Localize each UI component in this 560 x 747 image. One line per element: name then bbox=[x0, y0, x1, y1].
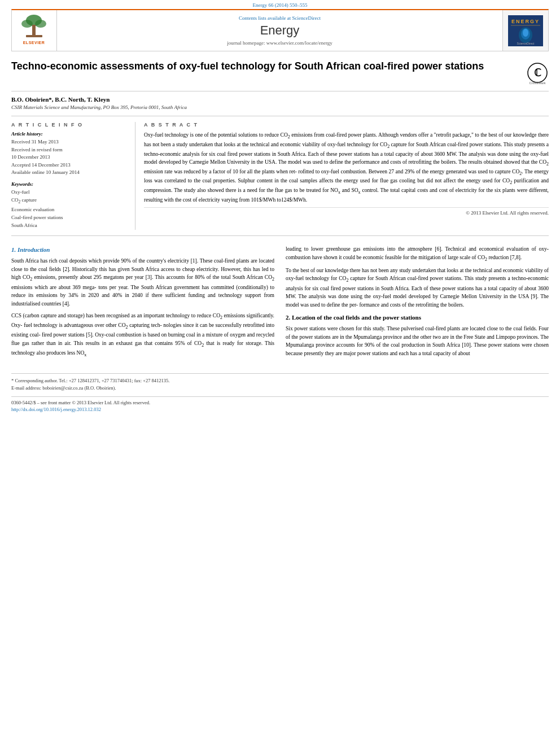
svg-text:ENERGY: ENERGY bbox=[511, 19, 540, 24]
journal-title: Energy bbox=[260, 23, 300, 38]
svg-text:ScienceDirect: ScienceDirect bbox=[517, 42, 535, 45]
abstract-column: A B S T R A C T Oxy-fuel technology is o… bbox=[135, 122, 549, 230]
footer-section: * Corresponding author. Tel.: +27 128412… bbox=[11, 373, 549, 392]
authors-line: B.O. Oboirien*, B.C. North, T. Kleyn bbox=[11, 96, 549, 103]
body-para-1: South Africa has rich coal deposits whic… bbox=[11, 257, 274, 308]
history-revised-label: Received in revised form bbox=[11, 146, 126, 154]
body-para-5: Six power stations were chosen for this … bbox=[286, 325, 549, 358]
elsevier-logo-svg: ELSEVIER bbox=[16, 14, 53, 46]
keyword-oxy-fuel: Oxy-fuel bbox=[11, 188, 126, 196]
abstract-header: A B S T R A C T bbox=[144, 122, 549, 128]
body-para-4: To the best of our knowledge there has n… bbox=[286, 267, 549, 309]
keywords-label: Keywords: bbox=[11, 181, 126, 187]
cover-image: ENERGY ScienceDirect bbox=[508, 15, 543, 46]
main-content: Techno-economic assessments of oxy-fuel … bbox=[0, 51, 560, 413]
footnote-email: E-mail address: boboirien@csir.co.za (B.… bbox=[11, 385, 549, 392]
article-history-label: Article history: bbox=[11, 131, 126, 137]
svg-text:ℂ: ℂ bbox=[534, 67, 541, 78]
section1-title: 1. Introduction bbox=[11, 245, 274, 255]
journal-header-center: Contents lists available at ScienceDirec… bbox=[57, 10, 503, 51]
keyword-coal-fired: Coal-fired power stations bbox=[11, 213, 126, 221]
sciencedirect-link[interactable]: ScienceDirect bbox=[292, 15, 321, 21]
journal-reference: Energy 66 (2014) 550–555 bbox=[0, 0, 560, 9]
keyword-co2-capture: CO2 capture bbox=[11, 196, 126, 206]
history-received: Received 31 May 2013 bbox=[11, 138, 126, 146]
footer-issn: 0360-5442/$ – see front matter © 2013 El… bbox=[11, 399, 549, 407]
footnote-star: * Corresponding author. Tel.: +27 128412… bbox=[11, 377, 549, 385]
journal-homepage: journal homepage: www.elsevier.com/locat… bbox=[227, 40, 333, 46]
history-revised-date: 10 December 2013 bbox=[11, 154, 126, 161]
copyright-line: © 2013 Elsevier Ltd. All rights reserved… bbox=[144, 207, 549, 216]
article-info-abstract-section: A R T I C L E I N F O Article history: R… bbox=[11, 116, 549, 236]
article-info-column: A R T I C L E I N F O Article history: R… bbox=[11, 122, 135, 230]
svg-rect-3 bbox=[32, 25, 36, 36]
body-two-col: 1. Introduction South Africa has rich co… bbox=[11, 245, 549, 362]
footer-bottom: 0360-5442/$ – see front matter © 2013 El… bbox=[11, 396, 549, 414]
body-para-2: CCS (carbon capture and storage) has bee… bbox=[11, 312, 274, 359]
body-col-right: leading to lower greenhouse gas emission… bbox=[286, 245, 549, 362]
crossmark-svg: ℂ CrossMark bbox=[526, 63, 549, 88]
article-info-header: A R T I C L E I N F O bbox=[11, 122, 126, 128]
abstract-text: Oxy-fuel technology is one of the potent… bbox=[144, 131, 549, 204]
journal-cover-thumbnail: ENERGY ScienceDirect bbox=[503, 10, 548, 51]
journal-header: ELSEVIER Contents lists available at Sci… bbox=[11, 9, 549, 51]
elsevier-logo-container: ELSEVIER bbox=[12, 10, 57, 51]
history-accepted: Accepted 14 December 2013 bbox=[11, 161, 126, 169]
article-title-section: Techno-economic assessments of oxy-fuel … bbox=[11, 51, 549, 91]
svg-point-1 bbox=[21, 20, 33, 28]
doi-link[interactable]: http://dx.doi.org/10.1016/j.energy.2013.… bbox=[11, 407, 101, 412]
affiliation-line: CSIR Materials Science and Manufacturing… bbox=[11, 104, 549, 110]
history-online: Available online 10 January 2014 bbox=[11, 169, 126, 177]
cover-svg: ENERGY ScienceDirect bbox=[508, 15, 543, 46]
svg-text:ELSEVIER: ELSEVIER bbox=[23, 41, 45, 45]
body-content: 1. Introduction South Africa has rich co… bbox=[11, 239, 549, 368]
keyword-south-africa: South Africa bbox=[11, 221, 126, 229]
svg-rect-4 bbox=[26, 35, 42, 37]
crossmark-badge: ℂ CrossMark bbox=[526, 63, 549, 85]
section2-title: 2. Location of the coal fields and the p… bbox=[286, 313, 549, 322]
sciencedirect-text: Contents lists available at ScienceDirec… bbox=[239, 15, 321, 21]
footer-doi: http://dx.doi.org/10.1016/j.energy.2013.… bbox=[11, 406, 549, 413]
body-col-left: 1. Introduction South Africa has rich co… bbox=[11, 245, 274, 362]
svg-point-11 bbox=[523, 29, 528, 37]
svg-text:CrossMark: CrossMark bbox=[529, 81, 546, 85]
keywords-section: Keywords: Oxy-fuel CO2 capture Economic … bbox=[11, 181, 126, 230]
authors-section: B.O. Oboirien*, B.C. North, T. Kleyn CSI… bbox=[11, 91, 549, 112]
body-para-3: leading to lower greenhouse gas emission… bbox=[286, 245, 549, 263]
article-title: Techno-economic assessments of oxy-fuel … bbox=[11, 60, 526, 73]
svg-point-2 bbox=[35, 20, 46, 28]
keyword-economic: Economic evaluation bbox=[11, 206, 126, 213]
